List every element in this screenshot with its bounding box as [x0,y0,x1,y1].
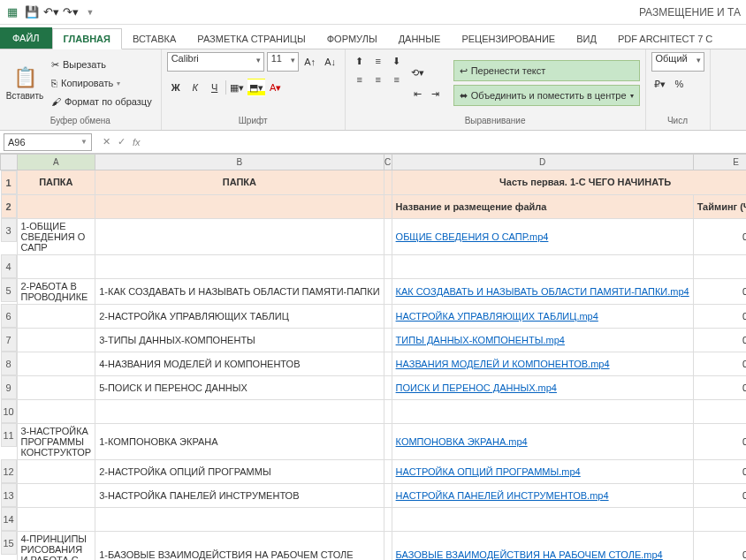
file-link[interactable]: НАЗВАНИЯ МОДЕЛЕЙ И КОМПОНЕНТОВ.mp4 [396,359,610,369]
cell[interactable] [384,278,392,304]
cell[interactable]: 0:14:12 [693,459,746,483]
tab-file[interactable]: ФАЙЛ [0,27,52,49]
tab-data[interactable]: ДАННЫЕ [388,29,452,49]
cell[interactable]: 1-КОМПОНОВКА ЭКРАНА [95,423,384,459]
cell[interactable]: НАСТРОЙКА УПРАВЛЯЮЩИХ ТАБЛИЦ.mp4 [392,304,693,328]
italic-button[interactable]: К [186,79,204,96]
row-header[interactable]: 3 [1,218,17,242]
number-format-select[interactable]: Общий [651,52,704,72]
cell[interactable] [384,218,392,254]
cell[interactable] [17,328,95,352]
cell[interactable]: 3-НАСТРОЙКА ПАНЕЛЕЙ ИНСТРУМЕНТОВ [95,483,384,507]
font-color-button[interactable]: A▾ [267,79,285,96]
cell[interactable]: 2-РАБОТА В ПРОВОДНИКЕ [17,278,95,304]
cell[interactable]: 0:14:21 [693,304,746,328]
cell[interactable] [384,170,392,195]
cell[interactable]: 0:20:56 [693,531,746,560]
cell[interactable] [384,483,392,507]
cell[interactable]: ПАПКА [17,170,95,195]
cell[interactable]: НАЗВАНИЯ МОДЕЛЕЙ И КОМПОНЕНТОВ.mp4 [392,352,693,375]
row-header[interactable]: 13 [1,483,17,507]
cell[interactable]: Название и размещение файла [392,194,693,218]
cell[interactable]: 0:09:26 [693,352,746,375]
col-header-B[interactable]: B [95,155,384,170]
cell[interactable]: КАК СОЗДАВАТЬ И НАЗЫВАТЬ ОБЛАСТИ ПАМЯТИ-… [392,278,693,304]
copy-button[interactable]: ⎘Копировать▾ [48,74,156,92]
row-header[interactable]: 12 [1,459,17,483]
tab-insert[interactable]: ВСТАВКА [122,29,186,49]
col-header-E[interactable]: E [693,155,746,170]
file-link[interactable]: ПОИСК И ПЕРЕНОС ДАННЫХ.mp4 [396,382,557,393]
cell[interactable]: 2-НАСТРОЙКА ОПЦИЙ ПРОГРАММЫ [95,459,384,483]
increase-indent-icon[interactable]: ⇥ [427,85,445,102]
cell[interactable]: 5-ПОИСК И ПЕРЕНОС ДАННЫХ [95,375,384,399]
increase-font-icon[interactable]: A↑ [301,53,319,71]
font-size-select[interactable]: 11 [267,52,299,72]
save-icon[interactable]: 💾 [25,5,39,19]
row-header[interactable]: 8 [1,352,17,375]
align-bottom-icon[interactable]: ⬇ [388,52,406,70]
enter-icon[interactable]: ✓ [118,136,126,148]
tab-home[interactable]: ГЛАВНАЯ [52,28,122,49]
cell[interactable] [384,531,392,560]
cell[interactable]: 0:08:41 [693,328,746,352]
row-header[interactable]: 7 [1,328,17,352]
merge-center-button[interactable]: ⬌Объединить и поместить в центре▾ [453,85,640,106]
cell[interactable] [392,399,693,423]
row-header[interactable]: 10 [1,399,17,423]
cell[interactable] [384,423,392,459]
cell[interactable]: 3-ТИПЫ ДАННЫХ-КОМПОНЕНТЫ [95,328,384,352]
cell[interactable] [95,194,384,218]
cell[interactable]: 4-ПРИНЦИПЫ РИСОВАНИЯ И РАБОТА С МЫШЬЮ [17,531,95,560]
cell[interactable]: ПАПКА [95,170,384,195]
cell[interactable] [17,352,95,375]
tab-formulas[interactable]: ФОРМУЛЫ [316,29,388,49]
cell[interactable]: 1-КАК СОЗДАВАТЬ И НАЗЫВАТЬ ОБЛАСТИ ПАМЯТ… [95,278,384,304]
fill-color-button[interactable]: ⬒▾ [247,79,265,96]
cell[interactable] [384,507,392,531]
row-header[interactable]: 15 [1,531,17,555]
cell[interactable] [384,375,392,399]
row-header[interactable]: 4 [1,254,17,278]
cell[interactable]: 0:10:02 [693,375,746,399]
cell[interactable] [95,254,384,278]
align-middle-icon[interactable]: ≡ [369,52,387,70]
col-header-C[interactable]: C [384,155,392,170]
currency-icon[interactable]: ₽▾ [651,75,669,93]
excel-icon[interactable]: ▦ [5,5,19,19]
cell[interactable] [17,483,95,507]
cell[interactable] [17,459,95,483]
cell[interactable] [95,507,384,531]
cell[interactable] [95,218,384,254]
align-center-icon[interactable]: ≡ [369,71,387,88]
cell[interactable]: ТИПЫ ДАННЫХ-КОМПОНЕНТЫ.mp4 [392,328,693,352]
cell[interactable] [17,399,95,423]
cell[interactable]: 1-ОБЩИЕ СВЕДЕНИЯ О САПР [17,218,95,254]
row-header[interactable]: 9 [1,375,17,399]
cell[interactable] [17,507,95,531]
percent-icon[interactable]: % [671,75,689,93]
cell[interactable] [17,304,95,328]
cell[interactable]: 0:06:02 [693,423,746,459]
underline-button[interactable]: Ч [206,79,224,96]
tab-page-layout[interactable]: РАЗМЕТКА СТРАНИЦЫ [186,29,316,49]
cell[interactable]: Тайминг (Ч:М:С) [693,194,746,218]
cell[interactable]: ПОИСК И ПЕРЕНОС ДАННЫХ.mp4 [392,375,693,399]
decrease-font-icon[interactable]: A↓ [322,53,339,71]
orientation-icon[interactable]: ⟲▾ [409,64,427,81]
undo-icon[interactable]: ↶▾ [44,5,58,19]
paste-button[interactable]: 📋 Вставить [5,52,44,114]
cell[interactable] [384,352,392,375]
file-link[interactable]: ОБЩИЕ СВЕДЕНИЯ О САПР.mp4 [396,231,549,242]
cell[interactable]: НАСТРОЙКА ПАНЕЛЕЙ ИНСТРУМЕНТОВ.mp4 [392,483,693,507]
cell[interactable] [17,375,95,399]
file-link[interactable]: КОМПОНОВКА ЭКРАНА.mp4 [396,436,528,447]
borders-button[interactable]: ▦▾ [228,79,246,96]
cell[interactable] [384,254,392,278]
cell[interactable] [392,254,693,278]
align-right-icon[interactable]: ≡ [388,71,406,88]
cell[interactable] [384,328,392,352]
cell[interactable]: КОМПОНОВКА ЭКРАНА.mp4 [392,423,693,459]
cell[interactable]: ОБЩИЕ СВЕДЕНИЯ О САПР.mp4 [392,218,693,254]
cell[interactable] [693,507,746,531]
